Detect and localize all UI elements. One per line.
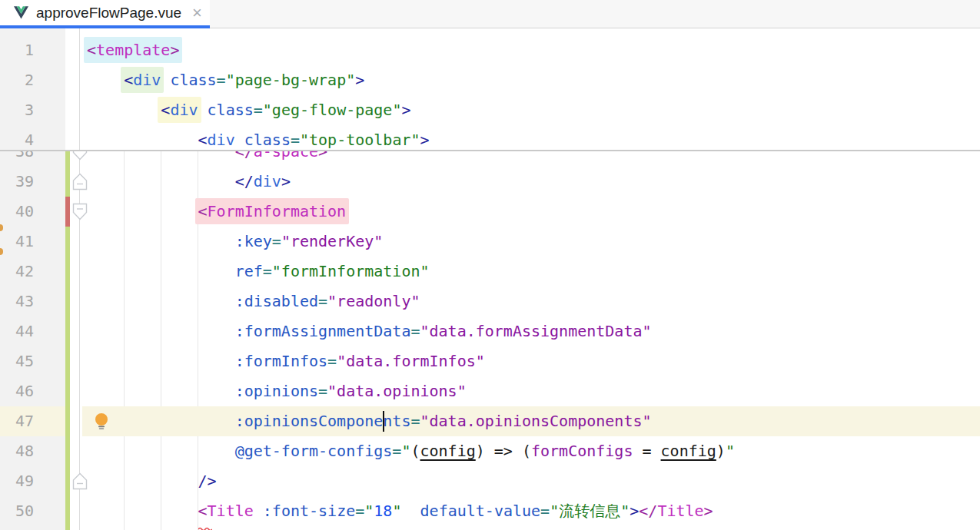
tag-match-highlight: <template> bbox=[84, 37, 182, 63]
code-line-42[interactable]: 42 ref="formInformation" bbox=[0, 257, 980, 287]
code-text: <template> bbox=[87, 35, 179, 65]
line-number[interactable]: 4 bbox=[0, 125, 34, 151]
code-line-49[interactable]: 49 /> bbox=[0, 466, 980, 496]
pinned-lines-separator bbox=[0, 150, 980, 151]
line-number[interactable]: 46 bbox=[0, 376, 34, 406]
vue-logo-icon bbox=[14, 6, 28, 19]
line-number[interactable]: 1 bbox=[0, 35, 34, 65]
tag-match-highlight: <div bbox=[121, 67, 164, 93]
code-line-38[interactable]: 38 </a-space> bbox=[0, 151, 980, 167]
fold-marker-icon[interactable] bbox=[72, 203, 88, 220]
code-text: </div> bbox=[87, 167, 291, 197]
code-text: :formInfos="data.formInfos" bbox=[87, 346, 485, 376]
tag-match-highlight: <FormInformation bbox=[195, 198, 350, 224]
code-line-4[interactable]: 4 <div class="top-toolbar"> bbox=[0, 125, 980, 151]
line-number[interactable]: 47 bbox=[0, 406, 34, 436]
code-text: <div class="page-bg-wrap"> bbox=[87, 65, 364, 95]
code-line-2[interactable]: 2 <div class="page-bg-wrap"> bbox=[0, 65, 980, 95]
code-text: :key="renderKey" bbox=[87, 227, 383, 257]
line-number[interactable]: 50 bbox=[0, 496, 34, 526]
code-line-50[interactable]: 50 <Title :font-size="18" default-value=… bbox=[0, 496, 980, 526]
code-text: :opinions="data.opinions" bbox=[87, 376, 467, 406]
code-line-39[interactable]: 39 </div> bbox=[0, 167, 980, 197]
vcs-change-marker-deleted[interactable] bbox=[65, 197, 70, 227]
code-text: <Title :font-size="18" default-value="流转… bbox=[87, 496, 713, 526]
tab-title: approveFlowPage.vue bbox=[36, 5, 181, 22]
code-line-3[interactable]: 3 <div class="geg-flow-page"> bbox=[0, 95, 980, 125]
code-text: :opinionsComponents="data.opinionsCompon… bbox=[87, 406, 652, 436]
line-number[interactable]: 38 bbox=[0, 151, 34, 167]
code-text: /> bbox=[87, 466, 217, 496]
line-number[interactable]: 43 bbox=[0, 287, 34, 316]
close-icon[interactable]: × bbox=[192, 5, 202, 22]
code-text: ref="formInformation" bbox=[87, 257, 430, 287]
line-number[interactable]: 41 bbox=[0, 227, 34, 257]
code-line-46[interactable]: 46 :opinions="data.opinions" bbox=[0, 376, 980, 406]
fold-marker-icon[interactable] bbox=[72, 472, 88, 490]
line-number[interactable]: 44 bbox=[0, 316, 34, 346]
tab-approveflowpage-vue[interactable]: approveFlowPage.vue × bbox=[0, 0, 210, 28]
line-number[interactable]: 3 bbox=[0, 95, 34, 125]
line-number[interactable]: 45 bbox=[0, 346, 34, 376]
pinned-lines-panel: 1<template>2 <div class="page-bg-wrap">3… bbox=[0, 28, 980, 151]
code-scroll-area[interactable]: 38 </a-space>39 </div>40 <FormInformatio… bbox=[0, 151, 980, 530]
code-line-43[interactable]: 43 :disabled="readonly" bbox=[0, 287, 980, 316]
code-line-45[interactable]: 45 :formInfos="data.formInfos" bbox=[0, 346, 980, 376]
fold-marker-icon[interactable] bbox=[72, 173, 88, 190]
code-text: <FormInformation bbox=[87, 197, 346, 227]
line-number[interactable]: 40 bbox=[0, 197, 34, 227]
code-line-47[interactable]: 47 :opinionsComponents="data.opinionsCom… bbox=[0, 406, 980, 436]
tag-match-highlight: <div bbox=[158, 97, 201, 123]
fold-marker-icon[interactable] bbox=[72, 151, 88, 161]
code-line-44[interactable]: 44 :formAssignmentData="data.formAssignm… bbox=[0, 316, 980, 346]
code-text: @get-form-configs="(config) => (formConf… bbox=[87, 436, 735, 466]
code-line-1[interactable]: 1<template> bbox=[0, 35, 980, 65]
code-line-48[interactable]: 48 @get-form-configs="(config) => (formC… bbox=[0, 436, 980, 466]
code-editor[interactable]: 38 </a-space>39 </div>40 <FormInformatio… bbox=[0, 28, 980, 530]
code-text: <div class="top-toolbar"> bbox=[87, 125, 430, 151]
line-number[interactable]: 49 bbox=[0, 466, 34, 496]
code-line-41[interactable]: 41 :key="renderKey" bbox=[0, 227, 980, 257]
text-caret bbox=[383, 411, 384, 432]
line-number[interactable]: 2 bbox=[0, 65, 34, 95]
code-text: :disabled="readonly" bbox=[87, 287, 420, 316]
code-text: :formAssignmentData="data.formAssignment… bbox=[87, 316, 652, 346]
line-number[interactable]: 39 bbox=[0, 167, 34, 197]
error-squiggle bbox=[198, 520, 212, 525]
editor-tab-bar: approveFlowPage.vue × bbox=[0, 0, 980, 28]
code-text: </a-space> bbox=[87, 151, 327, 167]
line-number[interactable]: 42 bbox=[0, 257, 34, 287]
code-line-40[interactable]: 40 <FormInformation bbox=[0, 197, 980, 227]
line-number[interactable]: 48 bbox=[0, 436, 34, 466]
code-text: <div class="geg-flow-page"> bbox=[87, 95, 410, 125]
